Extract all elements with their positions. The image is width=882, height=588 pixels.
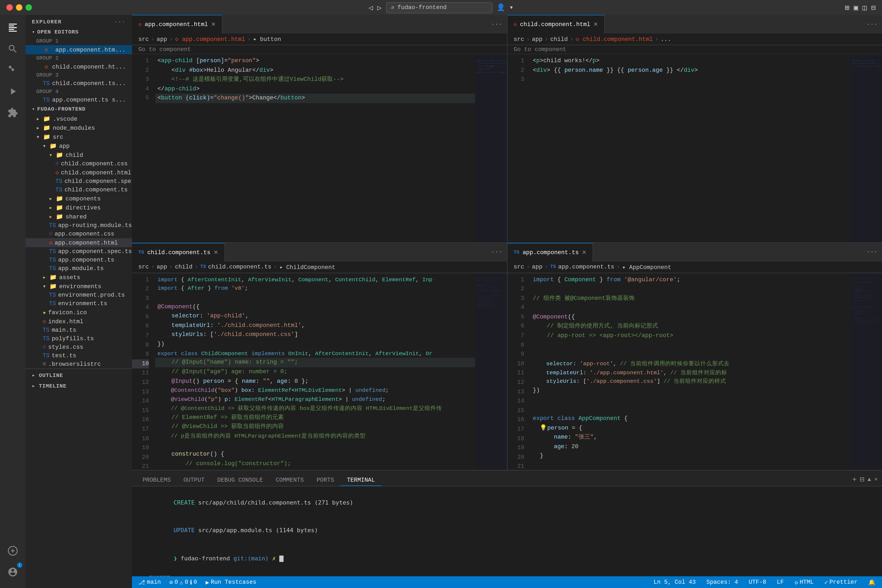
app-css[interactable]: # app.component.css: [26, 230, 132, 238]
tab-menu4[interactable]: ···: [862, 248, 882, 256]
extensions-icon[interactable]: [3, 103, 23, 122]
minimize-button[interactable]: [16, 4, 23, 10]
tab-menu3[interactable]: ···: [487, 248, 507, 256]
breadcrumb-3: src› app› child› TS child.component.ts› …: [132, 261, 507, 273]
timeline-section[interactable]: ▸ TIMELINE: [26, 381, 132, 391]
vscode-folder[interactable]: ▸ 📁 .vscode: [26, 114, 132, 123]
maximize-panel-icon[interactable]: ▲: [868, 476, 871, 483]
layout-icon[interactable]: ⊞: [845, 3, 850, 12]
language-mode[interactable]: ◇ HTML: [792, 579, 816, 586]
terminal-content[interactable]: CREATE src/app/child/child.component.ts …: [132, 486, 882, 576]
sidebar-menu[interactable]: ···: [114, 19, 126, 25]
app-routing[interactable]: TS app-routing.module.ts: [26, 221, 132, 230]
tab-child-html[interactable]: ◇ child.component.html ×: [507, 15, 605, 33]
code-editor-2[interactable]: 123 <p>child works!</p> <div> {{ person.…: [507, 54, 882, 242]
app-ts-file[interactable]: TS app.component.ts: [26, 256, 132, 264]
child-ts[interactable]: TS child.component.ts: [26, 186, 132, 194]
tab-debug[interactable]: DEBUG CONSOLE: [211, 475, 269, 486]
goto-component-1[interactable]: Go to component: [132, 45, 507, 54]
account-icon[interactable]: 👤 ▾: [497, 3, 513, 12]
branch-status[interactable]: ⎇ main: [136, 579, 163, 586]
code-editor-3[interactable]: 12345 678910 1112131415 1617181920 21222…: [132, 273, 507, 470]
app-spec-ts[interactable]: TS app.component.spec.ts: [26, 247, 132, 256]
env-ts[interactable]: TS environment.ts: [26, 299, 132, 308]
components-folder[interactable]: ▸ 📁 components: [26, 194, 132, 203]
tab-app-html[interactable]: ◇ app.component.html ×: [132, 15, 222, 33]
app-html-file[interactable]: ◇ app.component.html: [26, 238, 132, 247]
tab-html-icon: ◇: [138, 21, 141, 28]
shared-folder[interactable]: ▸ 📁 shared: [26, 212, 132, 221]
node-modules-folder[interactable]: ▸ 📁 node_modules: [26, 123, 132, 132]
assets-folder[interactable]: ▸ 📁 assets: [26, 273, 132, 282]
src-folder[interactable]: ▾ 📁 src: [26, 132, 132, 141]
app-module[interactable]: TS app.module.ts: [26, 264, 132, 273]
tab-app-ts[interactable]: TS app.component.ts ×: [507, 243, 594, 261]
remote-icon[interactable]: [3, 541, 23, 560]
notifications[interactable]: 🔔: [866, 579, 878, 586]
child-spec-ts[interactable]: TS child.component.spe...: [26, 177, 132, 186]
explorer-icon[interactable]: [3, 18, 23, 37]
tab-close3[interactable]: ×: [213, 248, 218, 256]
env-prod[interactable]: TS environment.prod.ts: [26, 291, 132, 299]
open-editors-section[interactable]: ▾ OPEN EDITORS: [26, 27, 132, 37]
tab-ports[interactable]: PORTS: [310, 475, 341, 486]
account-icon[interactable]: !: [3, 562, 23, 582]
errors-status[interactable]: ⊘ 0 ⚠ 0 ℹ 0: [167, 579, 199, 586]
spaces[interactable]: Spaces: 4: [704, 579, 740, 585]
run-testcases[interactable]: ▶ Run Testcases: [203, 579, 258, 586]
tab-comments[interactable]: COMMENTS: [269, 475, 310, 486]
code-editor-4[interactable]: 12345 678910 1112131415 1617181920 21222…: [507, 273, 882, 470]
encoding[interactable]: UTF-8: [747, 579, 768, 585]
index-html[interactable]: ◇ index.html: [26, 317, 132, 326]
tab-close4[interactable]: ×: [582, 248, 586, 256]
environments-folder[interactable]: ▾ 📁 environments: [26, 282, 132, 291]
child-folder[interactable]: ▾ 📁 child: [26, 150, 132, 159]
add-terminal-icon[interactable]: +: [852, 475, 857, 483]
main-ts[interactable]: TS main.ts: [26, 326, 132, 334]
nav-forward-icon[interactable]: ▷: [377, 3, 382, 12]
tab-close2[interactable]: ×: [594, 20, 598, 29]
outline-section[interactable]: ▸ OUTLINE: [26, 370, 132, 381]
app-folder[interactable]: ▾ 📁 app: [26, 141, 132, 150]
open-editor-app-html[interactable]: ◇ app.component.htm...: [26, 45, 132, 54]
source-control-icon[interactable]: [3, 61, 23, 80]
layout4-icon[interactable]: ⊟: [871, 3, 876, 12]
polyfills-ts[interactable]: TS polyfills.ts: [26, 334, 132, 343]
favicon[interactable]: ★ favicon.ico: [26, 308, 132, 317]
styles-css[interactable]: # styles.css: [26, 343, 132, 351]
formatter[interactable]: ✓ Prettier: [822, 579, 859, 586]
code-editor-1[interactable]: 12345 <app-child [person]="person"> <div…: [132, 54, 507, 242]
cursor-position[interactable]: Ln 5, Col 43: [651, 579, 698, 585]
child-css[interactable]: # child.component.css: [26, 159, 132, 168]
search-icon[interactable]: [3, 39, 23, 58]
folder-icon10: ▾ 📁: [42, 283, 57, 290]
line-ending[interactable]: LF: [775, 579, 786, 585]
tab-terminal[interactable]: TERMINAL: [341, 475, 382, 486]
child-html[interactable]: ◇ child.component.html: [26, 168, 132, 177]
browserslist[interactable]: ≡ .browserslistrc: [26, 360, 132, 368]
tab-output[interactable]: OUTPUT: [177, 475, 211, 486]
window-controls[interactable]: [6, 4, 32, 10]
tab-child-ts[interactable]: TS child.component.ts ×: [132, 243, 225, 261]
layout3-icon[interactable]: ◫: [862, 3, 867, 12]
open-editor-child-html[interactable]: ◇ child.component.ht...: [26, 62, 132, 71]
close-panel-icon[interactable]: ×: [874, 476, 878, 483]
project-section[interactable]: ▾ FUDAO-FRONTEND: [26, 104, 132, 114]
goto-component-2[interactable]: Go to component: [507, 45, 882, 54]
search-bar[interactable]: ⌕ fudao-frontend: [386, 2, 492, 13]
directives-folder[interactable]: ▸ 📁 directives: [26, 203, 132, 212]
tab-close[interactable]: ×: [211, 20, 216, 29]
tab-menu[interactable]: ···: [487, 21, 507, 28]
run-icon[interactable]: [3, 82, 23, 101]
tab-menu2[interactable]: ···: [862, 21, 882, 28]
nav-back-icon[interactable]: ◁: [368, 3, 373, 12]
layout2-icon[interactable]: ▣: [853, 3, 858, 12]
maximize-button[interactable]: [26, 4, 32, 10]
open-editor-child-ts[interactable]: TS child.component.ts...: [26, 79, 132, 88]
close-button[interactable]: [6, 4, 13, 10]
editor-area: ◇ app.component.html × ··· src› app› ◇ a…: [132, 15, 882, 588]
tab-problems[interactable]: PROBLEMS: [136, 475, 177, 486]
test-ts[interactable]: TS test.ts: [26, 351, 132, 360]
open-editor-app-ts[interactable]: TS app.component.ts s...: [26, 96, 132, 104]
split-terminal-icon[interactable]: ⊟: [860, 475, 864, 484]
